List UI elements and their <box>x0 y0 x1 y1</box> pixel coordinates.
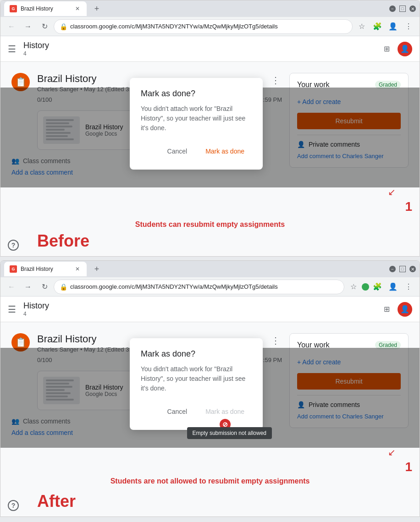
modal-overlay-1: Mark as done? You didn't attach work for… <box>0 88 420 187</box>
tab-favicon-2: G <box>10 265 17 273</box>
menu-btn-2[interactable]: ⋮ <box>401 280 416 294</box>
page-2: ☰ History 4 ⊞ 👤 📋 Brazil History Charles… <box>0 297 420 517</box>
cancel-btn-2[interactable]: Cancel <box>160 404 195 419</box>
browser-tab-1[interactable]: G Brazil History ✕ <box>4 1 87 16</box>
hamburger-2[interactable]: ☰ <box>8 304 16 315</box>
forward-btn-2[interactable]: → <box>21 280 35 294</box>
browser-tab-2[interactable]: G Brazil History ✕ <box>4 262 87 276</box>
dialog-title-2: Mark as done? <box>141 349 252 359</box>
avatar-1[interactable]: 👤 <box>398 42 412 56</box>
annotation-num-2: 1 <box>405 460 412 474</box>
url-text-1: classroom.google.com/c/MjM3NTA5NDY2NTYw/… <box>70 23 347 30</box>
cancel-btn-1[interactable]: Cancel <box>160 144 195 159</box>
refresh-btn-1[interactable]: ↻ <box>37 19 52 34</box>
dialog-actions-2: Cancel Mark as done ⊘ ↓ <box>141 404 252 419</box>
back-btn-2[interactable]: ← <box>4 280 19 294</box>
bookmark-btn-1[interactable]: ☆ <box>354 19 369 34</box>
titlebar-1: G Brazil History ✕ + − □ ✕ <box>0 0 420 17</box>
tab-title-2: Brazil History <box>21 266 70 272</box>
before-label: Before <box>37 231 89 251</box>
annotation-desc-1: Students can resubmit empty assignments <box>0 220 420 229</box>
lock-icon-2: 🔒 <box>60 283 67 291</box>
new-tab-btn-2[interactable]: + <box>90 263 103 275</box>
annotation-desc-2: Students are not allowed to resubmit emp… <box>0 477 420 485</box>
forward-btn-1[interactable]: → <box>21 19 35 34</box>
maximize-btn-1[interactable]: □ <box>399 5 406 12</box>
back-btn-1[interactable]: ← <box>4 19 19 34</box>
more-btn-2[interactable]: ⋮ <box>269 333 282 348</box>
lock-icon-1: 🔒 <box>60 23 67 30</box>
address-bar-2[interactable]: 🔒 classroom.google.com/c/MjM3NTA5NDY2NTY… <box>54 280 344 294</box>
tab-close-1[interactable]: ✕ <box>74 5 81 12</box>
profile-btn-1[interactable]: 👤 <box>386 19 400 34</box>
extensions-btn-2[interactable]: 🧩 <box>370 280 385 294</box>
close-btn-1[interactable]: ✕ <box>409 5 416 12</box>
toolbar-1: ← → ↻ 🔒 classroom.google.com/c/MjM3NTA5N… <box>0 17 420 36</box>
dialog-title-1: Mark as done? <box>141 89 252 99</box>
grid-icon-2[interactable]: ⊞ <box>379 302 394 317</box>
refresh-btn-2[interactable]: ↻ <box>37 280 52 294</box>
help-btn-1[interactable]: ? <box>8 240 19 251</box>
avatar-2[interactable]: 👤 <box>398 302 412 317</box>
new-tab-btn-1[interactable]: + <box>90 2 103 15</box>
bookmark-btn-2[interactable]: ☆ <box>346 280 361 294</box>
extension-active-2 <box>362 283 369 291</box>
header-icons-1: ⊞ 👤 <box>379 42 412 56</box>
dialog-1: Mark as done? You didn't attach work for… <box>130 78 263 170</box>
panel-divider <box>0 257 420 260</box>
annotation-arrow-1: ↙ <box>388 187 396 198</box>
address-bar-1[interactable]: 🔒 classroom.google.com/c/MjM3NTA5NDY2NTY… <box>54 19 353 34</box>
tab-title-1: Brazil History <box>21 5 70 12</box>
close-btn-2[interactable]: ✕ <box>409 266 416 272</box>
after-label: After <box>37 492 76 511</box>
minimize-btn-1[interactable]: − <box>389 5 396 12</box>
menu-btn-1[interactable]: ⋮ <box>401 19 416 34</box>
titlebar-2: G Brazil History ✕ + − □ ✕ <box>0 261 420 277</box>
app-subtitle-1: 4 <box>23 50 372 57</box>
maximize-btn-2[interactable]: □ <box>399 266 406 272</box>
mark-done-btn-1[interactable]: Mark as done <box>198 144 252 159</box>
grid-icon-1[interactable]: ⊞ <box>379 42 394 56</box>
toolbar-2: ← → ↻ 🔒 classroom.google.com/c/MjM3NTA5N… <box>0 277 420 297</box>
tab-close-2[interactable]: ✕ <box>74 265 81 273</box>
dialog-body-1: You didn't attach work for "Brazil Histo… <box>141 104 252 133</box>
hamburger-1[interactable]: ☰ <box>8 44 16 55</box>
app-title-2: History <box>23 301 372 311</box>
app-header-1: ☰ History 4 ⊞ 👤 <box>0 36 420 62</box>
profile-btn-2[interactable]: 👤 <box>386 280 400 294</box>
mark-done-btn-2[interactable]: Mark as done <box>198 404 252 419</box>
app-title-block-1: History 4 <box>23 41 372 57</box>
main-layout-2: 📋 Brazil History Charles Sanger • May 12… <box>0 322 420 448</box>
app-header-2: ☰ History 4 ⊞ 👤 <box>0 297 420 322</box>
app-title-1: History <box>23 41 372 50</box>
more-btn-1[interactable]: ⋮ <box>269 73 282 88</box>
minimize-btn-2[interactable]: − <box>389 266 396 272</box>
browser-window-1: G Brazil History ✕ + − □ ✕ ← → ↻ 🔒 class… <box>0 0 420 257</box>
browser-window-2: G Brazil History ✕ + − □ ✕ ← → ↻ 🔒 class… <box>0 260 420 517</box>
header-icons-2: ⊞ 👤 <box>379 302 412 317</box>
tooltip-2: Empty submission not allowed <box>187 427 272 439</box>
url-text-2: classroom.google.com/c/MjM3NTA5NDY2NTYw/… <box>70 283 338 290</box>
extensions-btn-1[interactable]: 🧩 <box>370 19 385 34</box>
modal-overlay-2: Mark as done? You didn't attach work for… <box>0 348 420 448</box>
annotation-num-1: 1 <box>405 199 412 214</box>
dialog-body-2: You didn't attach work for "Brazil Histo… <box>141 364 252 393</box>
dialog-actions-1: Cancel Mark as done <box>141 144 252 159</box>
help-btn-2[interactable]: ? <box>8 500 19 511</box>
dialog-2: Mark as done? You didn't attach work for… <box>130 338 263 430</box>
page-1: ☰ History 4 ⊞ 👤 📋 Brazil History Charles… <box>0 36 420 256</box>
main-layout-1: 📋 Brazil History Charles Sanger • May 12… <box>0 62 420 187</box>
app-title-block-2: History 4 <box>23 301 372 317</box>
app-subtitle-2: 4 <box>23 311 372 317</box>
tab-favicon-1: G <box>10 5 17 12</box>
annotation-arrow-2: ↙ <box>388 447 396 458</box>
